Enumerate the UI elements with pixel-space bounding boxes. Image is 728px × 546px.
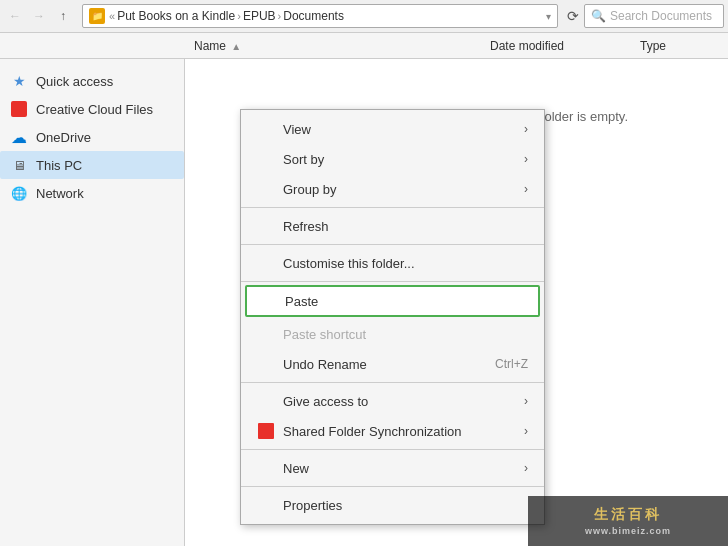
menu-arrow: › [524,424,528,438]
menu-item-text: Paste shortcut [283,327,528,342]
menu-item-new[interactable]: New › [241,453,544,483]
menu-arrow: › [524,152,528,166]
menu-item-sort-by[interactable]: Sort by › [241,144,544,174]
sidebar-label: Network [36,186,84,201]
menu-separator [241,244,544,245]
menu-item-refresh[interactable]: Refresh [241,211,544,241]
col-name-header[interactable]: Name ▲ [190,39,490,53]
sidebar-label: This PC [36,158,82,173]
path-documents[interactable]: Documents [283,9,344,23]
menu-item-text: Customise this folder... [283,256,528,271]
address-path: « Put Books on a Kindle › EPUB › Documen… [109,9,344,23]
menu-item-paste-shortcut: Paste shortcut [241,319,544,349]
creative-cloud-icon [10,100,28,118]
menu-item-group-by[interactable]: Group by › [241,174,544,204]
menu-shortcut: Ctrl+Z [495,357,528,371]
menu-separator [241,207,544,208]
sidebar-item-onedrive[interactable]: ☁ OneDrive [0,123,184,151]
menu-item-properties[interactable]: Properties [241,490,544,520]
path-root[interactable]: Put Books on a Kindle [117,9,235,23]
menu-item-undo-rename[interactable]: Undo Rename Ctrl+Z [241,349,544,379]
sidebar-item-this-pc[interactable]: 🖥 This PC [0,151,184,179]
menu-icon-view [257,120,275,138]
path-epub[interactable]: EPUB [243,9,276,23]
menu-separator [241,449,544,450]
menu-icon-properties [257,496,275,514]
menu-arrow: › [524,461,528,475]
address-bar[interactable]: 📁 « Put Books on a Kindle › EPUB › Docum… [82,4,558,28]
title-bar: ← → ↑ 📁 « Put Books on a Kindle › EPUB ›… [0,0,728,33]
sidebar-item-network[interactable]: 🌐 Network [0,179,184,207]
sidebar-item-creative-cloud[interactable]: Creative Cloud Files [0,95,184,123]
main-area: ★ Quick access Creative Cloud Files ☁ On… [0,59,728,546]
menu-item-text: Sort by [283,152,524,167]
menu-item-text: Shared Folder Synchronization [283,424,524,439]
watermark-subtext: www.bimeiz.com [585,526,671,536]
network-icon: 🌐 [10,184,28,202]
forward-button[interactable]: → [28,5,50,27]
refresh-button[interactable]: ⟳ [562,5,584,27]
menu-icon-group [257,180,275,198]
menu-separator [241,382,544,383]
watermark-text: 生活百科 [594,506,662,524]
menu-arrow: › [524,182,528,196]
menu-item-shared-folder[interactable]: Shared Folder Synchronization › [241,416,544,446]
sort-arrow: ▲ [231,41,241,52]
col-date-header[interactable]: Date modified [490,39,640,53]
back-button[interactable]: ← [4,5,26,27]
path-nav-left: « [109,10,115,22]
nav-buttons: ← → ↑ [4,5,74,27]
menu-icon-refresh [257,217,275,235]
path-sep-1: › [237,10,241,22]
content-area[interactable]: This folder is empty. View › Sort by › G… [185,59,728,546]
sidebar-label: Quick access [36,74,113,89]
col-type-header[interactable]: Type [640,39,666,53]
computer-icon: 🖥 [10,156,28,174]
star-icon: ★ [10,72,28,90]
menu-item-view[interactable]: View › [241,114,544,144]
menu-icon-access [257,392,275,410]
column-header: Name ▲ Date modified Type [0,33,728,59]
menu-item-customise[interactable]: Customise this folder... [241,248,544,278]
menu-item-text: Group by [283,182,524,197]
menu-item-text: View [283,122,524,137]
context-menu: View › Sort by › Group by › Refresh [240,109,545,525]
search-box[interactable]: 🔍 Search Documents [584,4,724,28]
sidebar: ★ Quick access Creative Cloud Files ☁ On… [0,59,185,546]
folder-icon: 📁 [89,8,105,24]
menu-item-paste[interactable]: Paste [245,285,540,317]
sidebar-label: OneDrive [36,130,91,145]
watermark: 生活百科 www.bimeiz.com [528,496,728,546]
menu-icon-new [257,459,275,477]
menu-icon-customise [257,254,275,272]
up-button[interactable]: ↑ [52,5,74,27]
search-placeholder: Search Documents [610,9,712,23]
sidebar-item-quick-access[interactable]: ★ Quick access [0,67,184,95]
onedrive-icon: ☁ [10,128,28,146]
shared-folder-icon [257,422,275,440]
menu-item-text: Properties [283,498,528,513]
menu-arrow: › [524,122,528,136]
menu-icon-paste [259,292,277,310]
menu-icon-paste-shortcut [257,325,275,343]
menu-item-give-access[interactable]: Give access to › [241,386,544,416]
menu-separator [241,486,544,487]
menu-item-text: New [283,461,524,476]
menu-item-text: Give access to [283,394,524,409]
menu-arrow: › [524,394,528,408]
menu-item-text: Paste [285,294,526,309]
menu-item-text: Refresh [283,219,528,234]
path-sep-2: › [278,10,282,22]
address-dropdown-arrow[interactable]: ▾ [546,11,551,22]
menu-item-text: Undo Rename [283,357,495,372]
menu-icon-sort [257,150,275,168]
menu-icon-undo [257,355,275,373]
sidebar-label: Creative Cloud Files [36,102,153,117]
menu-separator [241,281,544,282]
